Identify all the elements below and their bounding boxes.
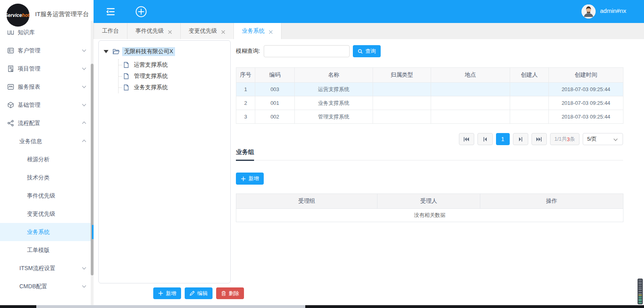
last-page-button[interactable] (531, 133, 547, 145)
file-icon (123, 62, 130, 68)
search-row: 模糊查询: 查询 (236, 45, 381, 57)
col-header: 序号 (236, 68, 255, 83)
business-group-table: 受理组 受理人 操作 没有相关数据 (236, 194, 623, 222)
tree-node-management-support[interactable]: 管理支撑系统 (119, 71, 169, 82)
chevron-down-icon (614, 137, 618, 141)
first-page-button[interactable] (459, 133, 474, 145)
tree-edit-button[interactable]: 编辑 (185, 287, 213, 299)
sidebar: Servicehot® IT服务运营管理平台 知识库 客户管理 (0, 0, 94, 308)
tree-root-node[interactable]: 无限科技有限公司X (104, 47, 175, 56)
sidebar-item-service-report[interactable]: 服务报表 (0, 78, 94, 96)
col-header: 受理组 (236, 194, 377, 209)
sidebar-item-ticket-template[interactable]: 工单模版 (0, 241, 94, 259)
tab-bar: 工作台 事件优先级 变更优先级 业务系统 (94, 23, 644, 39)
sidebar-item-knowledge-base[interactable]: 知识库 (0, 23, 94, 42)
tree-children: 运营支撑系统 管理支撑系统 业务支撑系统 (118, 59, 169, 93)
sidebar-item-root-cause[interactable]: 根源分析 (0, 150, 94, 169)
collapse-menu-icon[interactable] (104, 5, 117, 18)
main-content: 无限科技有限公司X 运营支撑系统 管理支撑系统 (94, 39, 644, 305)
sidebar-item-project-mgmt[interactable]: 项目管理 (0, 60, 94, 78)
plus-icon (241, 176, 246, 181)
business-group-header: 业务组 (236, 147, 623, 160)
horizontal-scrollbar[interactable] (0, 305, 644, 308)
share-icon (7, 120, 14, 127)
scroll-marker-widget (638, 279, 643, 304)
tab-label: 事件优先级 (135, 27, 164, 35)
page-size-select[interactable]: 5/页 (583, 133, 623, 145)
app-root: admin#nx 工作台 事件优先级 变更优先级 业务系统 (0, 0, 644, 308)
sidebar-item-customer-mgmt[interactable]: 客户管理 (0, 42, 94, 60)
search-button[interactable]: 查询 (353, 45, 381, 57)
tab-business-system[interactable]: 业务系统 (234, 23, 281, 39)
group-add-button[interactable]: 新增 (236, 173, 264, 185)
chevron-down-icon (82, 266, 86, 270)
tab-workbench[interactable]: 工作台 (94, 23, 127, 39)
next-page-button[interactable] (513, 133, 528, 145)
search-input[interactable] (264, 45, 350, 57)
caret-down-icon[interactable] (104, 50, 108, 53)
sidebar-item-change-priority[interactable]: 变更优先级 (0, 205, 94, 223)
user-name[interactable]: admin#nx (600, 7, 626, 14)
tab-change-priority[interactable]: 变更优先级 (181, 23, 234, 39)
empty-row: 没有相关数据 (236, 209, 623, 222)
search-icon (358, 49, 363, 54)
page-info: 1/1共3条 (550, 133, 579, 145)
tree-delete-button[interactable]: 删除 (216, 287, 244, 299)
report-icon (7, 83, 14, 90)
tree-add-button[interactable]: 新增 (153, 287, 181, 299)
tree-node-operation-support[interactable]: 运营支撑系统 (119, 59, 169, 71)
business-system-table: 序号 编码 名称 归属类型 地点 创建人 创建时间 1 003 运营支撑系统 (236, 67, 623, 124)
col-header: 归属类型 (373, 68, 431, 83)
col-header: 编码 (255, 68, 295, 83)
sidebar-item-itsm-process[interactable]: ITSM流程设置 (0, 259, 94, 277)
project-icon (7, 65, 14, 72)
chevron-down-icon (82, 84, 86, 88)
tree-node-label[interactable]: 无限科技有限公司X (122, 47, 175, 56)
tab-incident-priority[interactable]: 事件优先级 (127, 23, 181, 39)
sidebar-item-base-mgmt[interactable]: 基础管理 (0, 96, 94, 114)
org-tree-panel: 无限科技有限公司X 运营支撑系统 管理支撑系统 (98, 40, 231, 283)
chevron-down-icon (82, 284, 86, 288)
sidebar-item-business-system[interactable]: 业务系统 (0, 223, 94, 241)
brand: Servicehot® IT服务运营管理平台 (0, 0, 94, 24)
table-row[interactable]: 1 003 运营支撑系统 2018-07-03 09:25:44 (236, 83, 623, 96)
tab-label: 工作台 (102, 27, 119, 35)
sidebar-item-cmdb-config[interactable]: CMDB配置 (0, 277, 94, 296)
pencil-icon (190, 291, 195, 296)
sidebar-scrollbar[interactable] (91, 21, 94, 305)
chevron-down-icon (82, 48, 86, 52)
chevron-up-icon (82, 122, 86, 126)
chevron-up-icon (82, 140, 86, 144)
sidebar-item-business-info[interactable]: 业务信息 (0, 132, 94, 150)
col-header: 创建人 (510, 68, 549, 83)
app-title: IT服务运营管理平台 (35, 10, 89, 18)
cube-icon (7, 102, 14, 108)
file-icon (123, 73, 130, 79)
tab-label: 业务系统 (242, 27, 265, 35)
add-tab-icon[interactable] (135, 5, 148, 18)
avatar[interactable] (581, 4, 596, 19)
tree-node-business-support[interactable]: 业务支撑系统 (119, 82, 169, 93)
current-page-button[interactable]: 1 (496, 133, 510, 145)
sidebar-scrollbar-thumb[interactable] (91, 64, 94, 275)
close-icon[interactable] (269, 29, 273, 33)
col-header: 创建时间 (549, 68, 623, 83)
chevron-down-icon (82, 102, 86, 106)
prev-page-button[interactable] (477, 133, 493, 145)
close-icon[interactable] (221, 29, 225, 33)
sidebar-menu: 知识库 客户管理 项目管理 服务报表 (0, 23, 94, 296)
pagination: 1 1/1共3条 5/页 (236, 133, 623, 145)
sidebar-item-process-config[interactable]: 流程配置 (0, 114, 94, 132)
col-header: 操作 (480, 194, 623, 209)
chevron-down-icon (82, 66, 86, 70)
sidebar-item-incident-priority[interactable]: 事件优先级 (0, 187, 94, 205)
table-row[interactable]: 3 002 管理支撑系统 2018-07-03 09:25:44 (236, 110, 623, 124)
close-icon[interactable] (168, 29, 172, 33)
table-row[interactable]: 2 001 业务支撑系统 2018-07-03 09:25:44 (236, 96, 623, 110)
horizontal-scrollbar-thumb[interactable] (36, 305, 305, 308)
tree-actions: 新增 编辑 删除 (153, 287, 244, 299)
business-group-title: 业务组 (236, 148, 254, 161)
trash-icon (221, 291, 226, 296)
table-header-row: 序号 编码 名称 归属类型 地点 创建人 创建时间 (236, 68, 623, 83)
sidebar-item-tech-category[interactable]: 技术分类 (0, 169, 94, 187)
